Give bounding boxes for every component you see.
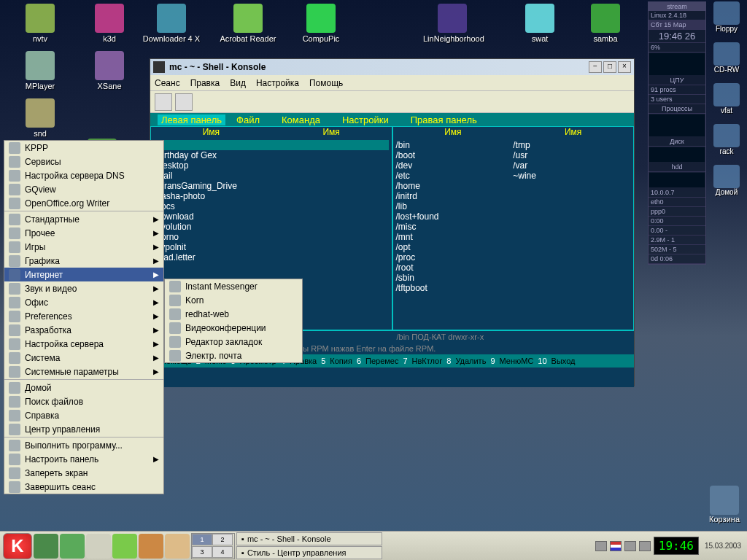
desktop-icon-linneighborhood[interactable]: LinNeighborhood — [423, 4, 481, 43]
mc-file-item[interactable]: ~TransGaming_Drive — [154, 181, 389, 191]
mc-right-panel[interactable]: ИмяИмя /bin/boot/dev/etc/home/initrd/lib… — [392, 126, 635, 330]
mc-menu-file[interactable]: Файл — [225, 114, 271, 125]
device-icon-домой[interactable]: Домой — [708, 165, 746, 204]
quick-launch-6[interactable] — [165, 534, 190, 559]
menu-item-сервисы[interactable]: Сервисы — [4, 155, 163, 168]
menu-item-завершить-сеанс[interactable]: Завершить сеанс — [4, 480, 163, 494]
mc-file-item[interactable]: dead.letter — [154, 252, 389, 262]
menu-item-офис[interactable]: Офис▶ — [4, 295, 163, 309]
menu-item-интернет[interactable]: Интернет▶ — [4, 268, 163, 281]
fkey-8[interactable]: Удалить — [452, 357, 489, 365]
mc-file-item[interactable]: /dasha-photo — [154, 191, 389, 201]
menu-item-настройка-сервера[interactable]: Настройка сервера▶ — [4, 337, 163, 351]
trash-icon[interactable]: Корзина — [709, 486, 740, 524]
mc-file-item[interactable]: /Mail — [154, 171, 389, 181]
mc-menu-left[interactable]: Левая панель — [158, 114, 225, 125]
mc-file-item[interactable]: /usr — [513, 150, 630, 160]
mc-file-item[interactable]: /.. — [154, 140, 389, 150]
mc-file-item[interactable]: /vypolnit — [154, 242, 389, 252]
menu-item-редактор-закладок[interactable]: Редактор закладок — [165, 335, 302, 349]
pager-1[interactable]: 1 — [192, 534, 212, 545]
mc-file-item[interactable]: /proc — [396, 252, 514, 262]
menu-help[interactable]: Помощь — [309, 78, 343, 88]
tool-new-session[interactable] — [155, 93, 172, 111]
menu-item-korn[interactable]: Korn — [165, 293, 302, 307]
clock[interactable]: 19:46 — [654, 537, 699, 555]
mc-file-item[interactable]: /evolution — [154, 222, 389, 232]
menu-item-kppp[interactable]: KPPP — [4, 141, 163, 155]
quick-launch-5[interactable] — [139, 534, 163, 559]
mc-file-item[interactable]: /lib — [396, 201, 514, 211]
mc-file-item[interactable]: /tmp — [513, 140, 630, 150]
mc-file-item[interactable]: /misc — [396, 222, 514, 232]
mc-file-item[interactable]: /boot — [396, 150, 514, 160]
desktop-icon-acrobat-reader[interactable]: Acrobat Reader — [219, 4, 277, 43]
fkey-10[interactable]: Выход — [549, 357, 578, 365]
desktop-icon-xsane[interactable]: XSane — [80, 51, 139, 90]
menu-item-redhat-web[interactable]: redhat-web — [165, 307, 302, 321]
menu-item-instant-messenger[interactable]: Instant Messenger — [165, 279, 302, 293]
menu-item-домой[interactable]: Домой — [4, 381, 163, 394]
quick-launch-2[interactable] — [60, 534, 85, 559]
mc-file-item[interactable]: /opt — [396, 242, 514, 252]
tool-monitor[interactable] — [175, 93, 193, 111]
task-konsole[interactable]: ▪mc - ~ - Shell - Konsole — [236, 532, 382, 545]
mc-file-item[interactable]: /root — [396, 262, 514, 273]
tray-flag-icon[interactable] — [610, 541, 622, 551]
mc-file-item[interactable]: /var — [513, 160, 630, 171]
desktop-icon-nvtv[interactable]: nvtv — [11, 4, 69, 43]
menu-view[interactable]: Вид — [230, 78, 246, 88]
fkey-5[interactable]: Копия — [327, 357, 355, 365]
desktop-pager[interactable]: 1 2 3 4 — [191, 533, 235, 559]
device-icon-vfat[interactable]: vfat — [708, 83, 746, 122]
mc-menu-options[interactable]: Настройки — [331, 114, 400, 125]
tray-icon-4[interactable] — [639, 541, 651, 551]
mc-file-item[interactable]: /porno — [154, 232, 389, 242]
mc-file-item[interactable]: /download — [154, 211, 389, 222]
mc-file-item[interactable]: /Birthday of Gex — [154, 150, 389, 160]
quick-launch-4[interactable] — [112, 534, 137, 559]
desktop-icon-samba[interactable]: samba — [576, 4, 635, 43]
mc-file-item[interactable]: /home — [396, 181, 514, 191]
menu-item-preferences[interactable]: Preferences▶ — [4, 309, 163, 323]
menu-item-openoffice-org-writer[interactable]: OpenOffice.org Writer — [4, 196, 163, 210]
desktop-icon-swat[interactable]: swat — [511, 4, 569, 43]
menu-item-справка[interactable]: Справка — [4, 408, 163, 422]
desktop-icon-compupic[interactable]: CompuPic — [292, 4, 350, 43]
quick-launch-1[interactable] — [34, 534, 58, 559]
menu-session[interactable]: Сеанс — [155, 78, 180, 88]
desktop-icon-downloader-4-x[interactable]: Downloader 4 X — [142, 4, 201, 43]
menu-item-прочее[interactable]: Прочее▶ — [4, 226, 163, 240]
mc-file-item[interactable]: /sbin — [396, 273, 514, 283]
device-icon-rack[interactable]: rack — [708, 124, 746, 163]
tray-icon-1[interactable] — [595, 541, 607, 551]
mc-file-item[interactable]: /etc — [396, 171, 514, 181]
menu-item-поиск-файлов[interactable]: Поиск файлов — [4, 394, 163, 408]
quick-launch-3[interactable] — [86, 534, 111, 559]
menu-item-системные-параметры[interactable]: Системные параметры▶ — [4, 365, 163, 378]
mc-file-item[interactable]: /mnt — [396, 232, 514, 242]
maximize-button[interactable]: □ — [603, 61, 616, 73]
menu-item-разработка[interactable]: Разработка▶ — [4, 323, 163, 337]
mc-file-item[interactable]: /docs — [154, 201, 389, 211]
device-icon-cd-rw[interactable]: CD-RW — [708, 42, 746, 82]
fkey-7[interactable]: НвКтлог — [409, 357, 446, 365]
mc-file-item[interactable]: /lost+found — [396, 211, 514, 222]
mc-menu-command[interactable]: Команда — [271, 114, 331, 125]
mc-file-item[interactable]: /tftpboot — [396, 283, 514, 293]
menu-item-графика[interactable]: Графика▶ — [4, 254, 163, 268]
menu-item-gqview[interactable]: GQview — [4, 182, 163, 196]
k-menu-button[interactable]: K — [3, 533, 32, 559]
mc-file-item[interactable]: /dev — [396, 160, 514, 171]
desktop-icon-k3d[interactable]: k3d — [80, 4, 139, 43]
mc-file-item[interactable]: /Desktop — [154, 160, 389, 171]
menu-item-запереть-экран[interactable]: Запереть экран — [4, 466, 163, 480]
task-control-center[interactable]: ▪Стиль - Центр управления — [236, 546, 382, 559]
menu-settings[interactable]: Настройка — [256, 78, 299, 88]
pager-4[interactable]: 4 — [212, 546, 233, 558]
menu-item-видеоконференции[interactable]: Видеоконференции — [165, 321, 302, 335]
mc-file-item[interactable]: ~wine — [513, 171, 630, 181]
menu-item-электр-почта[interactable]: Электр. почта — [165, 349, 302, 362]
mc-file-item[interactable]: /initrd — [396, 191, 514, 201]
desktop-icon-snd[interactable]: snd — [11, 98, 69, 138]
